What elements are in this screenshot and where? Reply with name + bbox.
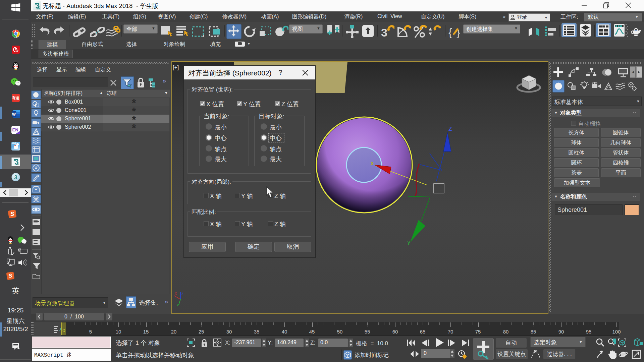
svg-text:W: W (12, 112, 16, 117)
svg-text:MAX: MAX (37, 8, 40, 10)
svg-text:X: X (371, 161, 374, 166)
svg-text:z: z (181, 291, 183, 296)
svg-text:3: 3 (14, 174, 17, 181)
svg-text:y: y (408, 239, 410, 245)
svg-text:{: { (448, 26, 452, 38)
svg-text:MAX: MAX (16, 164, 19, 166)
svg-text:Z: Z (448, 126, 452, 132)
svg-text:y: y (177, 302, 179, 306)
svg-text:x: x (175, 291, 177, 296)
svg-text:3: 3 (381, 26, 387, 38)
